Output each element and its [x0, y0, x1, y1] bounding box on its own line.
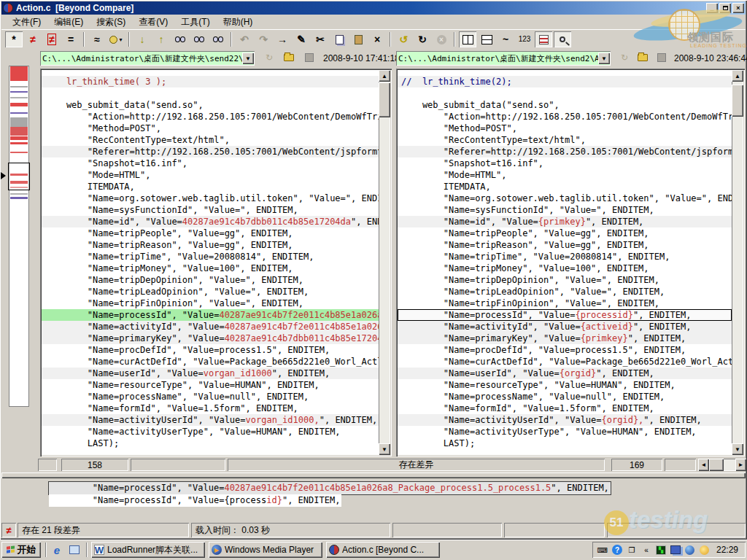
ignore-case-button[interactable]: ~ — [497, 31, 514, 47]
code-line[interactable]: web_submit_data("send.so", — [42, 99, 379, 111]
code-line[interactable]: ITEMDATA, — [398, 181, 732, 192]
code-line[interactable]: "Name=curActDefId", "Value=Package_be665… — [42, 356, 379, 368]
code-line[interactable]: "Name=primaryKey", "Value={primkey}", EN… — [398, 332, 732, 344]
left-file-path-combo[interactable]: C:\...\Administrator\桌面\新建文件夹\send22\Ac … — [40, 51, 255, 66]
code-line[interactable] — [42, 88, 379, 99]
close-button[interactable]: × — [732, 3, 744, 13]
keyboard-layout-icon[interactable]: ⌨ — [597, 544, 608, 556]
left-file-path[interactable]: C:\...\Administrator\桌面\新建文件夹\send22\Ac — [40, 53, 242, 64]
left-vertical-scrollbar[interactable]: ▲ ▼ — [379, 70, 390, 455]
rules-button[interactable]: ▾ — [107, 31, 125, 47]
code-line[interactable]: "RecContentType=text/html", — [398, 134, 732, 146]
code-line[interactable]: "Name=tripMoney", "Value=100", ENDITEM, — [398, 262, 732, 274]
code-line[interactable]: "Name=primaryKey", "Value=40287ae91c4b7d… — [42, 332, 379, 344]
network-tray-icon[interactable] — [670, 544, 681, 556]
restore-button[interactable] — [719, 3, 731, 13]
left-scroll-down-button[interactable]: ▼ — [379, 443, 390, 455]
title-bar[interactable]: Action.c [Beyond Compare] _ × — [1, 1, 746, 15]
ignore-unimportant-button[interactable]: ≈ — [88, 31, 106, 47]
code-line[interactable]: "Method=POST", — [42, 122, 379, 134]
code-line[interactable]: "Name=id", "Value=40287ae91c4b7dbb011c4b… — [42, 216, 379, 228]
code-line[interactable]: "Action=http://192.168.250.105:7001/WebC… — [42, 111, 379, 122]
horizontal-scrollbar-thumb[interactable] — [709, 459, 724, 471]
code-line[interactable]: "Referer=http://192.168.250.105:7001/Web… — [398, 146, 732, 158]
code-line[interactable]: "Name=tripLeadOpinion", "Value=", ENDITE… — [42, 286, 379, 298]
taskbar-clock[interactable]: 22:29 — [713, 545, 741, 555]
menu-search[interactable]: 搜索(S) — [90, 15, 132, 30]
menu-help[interactable]: 帮助(H) — [217, 15, 260, 30]
code-line[interactable]: "Name=tripReason", "Value=gg", ENDITEM, — [42, 239, 379, 251]
undo-button[interactable]: ↶ — [236, 31, 253, 47]
beyond-compare-app-icon[interactable] — [3, 3, 13, 13]
code-line[interactable]: "Name=tripReason", "Value=gg", ENDITEM, — [398, 239, 732, 251]
minimize-button[interactable]: _ — [706, 3, 718, 13]
code-line[interactable]: "Mode=HTML", — [398, 169, 732, 181]
code-line[interactable]: LAST); — [398, 438, 732, 449]
code-line[interactable]: "Name=tripFinOpinion", "Value=", ENDITEM… — [42, 298, 379, 309]
code-line[interactable]: "Name=tripMoney", "Value=100", ENDITEM, — [42, 262, 379, 274]
right-save-icon[interactable] — [655, 52, 668, 63]
code-line[interactable]: "Method=POST", — [398, 122, 732, 134]
menu-tools[interactable]: 工具(T) — [174, 15, 216, 30]
tray-collapse-button[interactable]: « — [640, 544, 652, 556]
swap-sides-button[interactable]: ↺ — [395, 31, 412, 47]
code-line[interactable]: "Name=activityId", "Value={activeid}", E… — [398, 321, 732, 332]
code-line[interactable]: "Name=procDefId", "Value=process1.5", EN… — [398, 344, 732, 356]
code-line[interactable]: "Name=procDefId", "Value=process1.5", EN… — [42, 344, 379, 356]
left-save-icon[interactable] — [303, 52, 316, 63]
line-numbers-button[interactable]: 123 — [516, 31, 533, 47]
magnify-button[interactable] — [554, 31, 571, 47]
code-line[interactable]: "Name=org.sotower.web.taglib.util.token"… — [398, 192, 732, 204]
dropdown-arrow-icon[interactable]: ▾ — [119, 36, 122, 43]
edit-button[interactable]: ✎ — [293, 31, 310, 47]
side-by-side-view-button[interactable] — [459, 31, 476, 47]
code-line[interactable]: "Name=processId", "Value={processid}", E… — [398, 309, 732, 321]
copy-button[interactable] — [330, 31, 348, 47]
code-line[interactable]: "Name=sysFunctionId", "Value=", ENDITEM, — [398, 204, 732, 216]
window-tray-icon[interactable]: ❐ — [626, 544, 638, 556]
left-code-pane[interactable]: lr_think_time( 3 ); web_submit_data("sen… — [40, 69, 392, 456]
left-path-dropdown-button[interactable]: ▼ — [242, 52, 254, 64]
right-path-dropdown-button[interactable]: ▼ — [598, 52, 610, 64]
start-button[interactable]: 开始 — [1, 542, 41, 558]
show-all-button[interactable]: * — [5, 31, 23, 47]
task-loadrunner-doc[interactable]: WLoadRunner脚本关联... — [91, 542, 205, 558]
code-line[interactable]: "Name=processName", "Value=null", ENDITE… — [42, 391, 379, 402]
console-tray-icon[interactable]: ▚ — [655, 544, 667, 556]
code-line[interactable]: "Snapshot=t16.inf", — [42, 158, 379, 169]
detail-splitter[interactable] — [1, 472, 746, 478]
right-refresh-icon[interactable]: ↻ — [618, 52, 631, 63]
code-line[interactable]: "Name=org.sotower.web.taglib.util.token"… — [42, 192, 379, 204]
task-beyond-compare[interactable]: Action.c [Beyond C... — [326, 542, 440, 558]
code-line[interactable]: "Name=activityUserType", "Value=HUMAN", … — [42, 426, 379, 438]
code-line[interactable]: "Name=formId", "Value=1.5form", ENDITEM, — [42, 402, 379, 414]
detail-line[interactable]: "Name=processId", "Value={processid}", E… — [49, 494, 341, 507]
right-scrollbar-thumb[interactable] — [732, 85, 743, 117]
task-windows-media-player[interactable]: ▶Windows Media Player — [209, 542, 322, 558]
code-line[interactable]: "Name=userId", "Value=vorgan_id1000", EN… — [42, 368, 379, 379]
next-difference-button[interactable]: ↓ — [133, 31, 151, 47]
right-scroll-down-button[interactable]: ▼ — [732, 443, 743, 455]
code-line[interactable]: LAST); — [42, 438, 379, 449]
code-line[interactable]: "Name=userId", "Value={orgid}", ENDITEM, — [398, 368, 732, 379]
code-line[interactable]: // lr_think_time(2); — [398, 76, 732, 88]
antivirus-tray-icon[interactable] — [699, 544, 711, 556]
code-line[interactable]: "Snapshot=t16.inf", — [398, 158, 732, 169]
right-code-pane[interactable]: // lr_think_time(2); web_submit_data("se… — [396, 69, 745, 456]
delete-button[interactable]: × — [368, 31, 386, 47]
code-line[interactable] — [398, 88, 732, 99]
menu-edit[interactable]: 编辑(E) — [47, 15, 90, 30]
copy-to-other-side-button[interactable]: → — [274, 31, 291, 47]
ie-icon[interactable]: e — [50, 542, 64, 557]
code-line[interactable]: "Name=tripPeople", "Value=gg", ENDITEM, — [398, 228, 732, 239]
reload-button[interactable]: ↻ — [414, 31, 431, 47]
messenger-tray-icon[interactable] — [684, 544, 696, 556]
code-line[interactable]: "Name=processId", "Value=40287ae91c4b7f2… — [42, 309, 379, 321]
code-line[interactable]: "Name=formId", "Value=1.5form", ENDITEM, — [398, 402, 732, 414]
code-line[interactable]: "Mode=HTML", — [42, 169, 379, 181]
code-line[interactable]: "Name=resourceType", "Value=HUMAN", ENDI… — [398, 379, 732, 391]
diff-map[interactable] — [9, 66, 29, 407]
code-line[interactable]: "Name=tripDepOpinion", "Value=", ENDITEM… — [42, 274, 379, 286]
code-line[interactable]: "Name=activityUserType", "Value=HUMAN", … — [398, 426, 732, 438]
show-desktop-icon[interactable] — [67, 542, 82, 557]
